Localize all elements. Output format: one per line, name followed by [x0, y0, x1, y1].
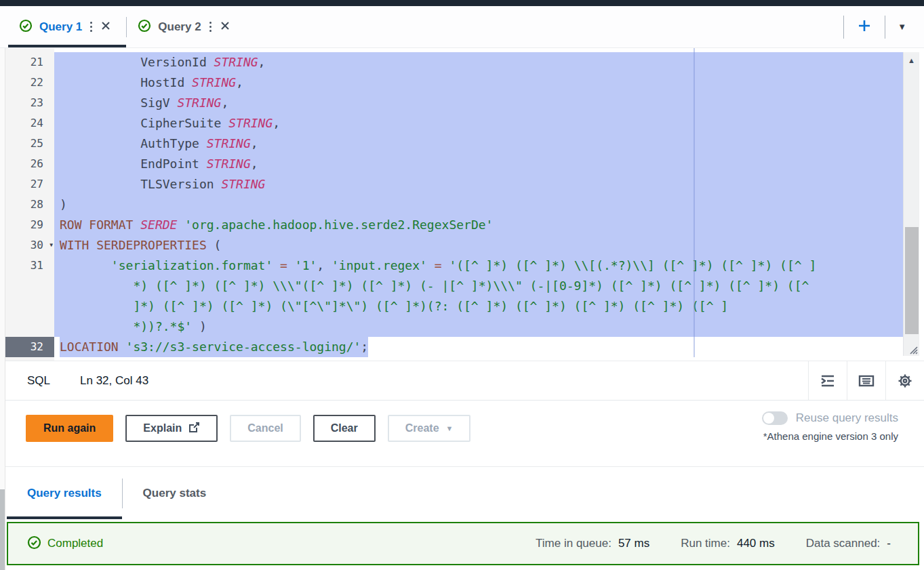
gutter-line-number[interactable]: 27 — [5, 174, 54, 195]
code-line[interactable]: SigV STRING, — [54, 93, 903, 113]
gutter-line-number[interactable]: 23 — [5, 93, 54, 113]
gutter-line-number[interactable]: 22 — [5, 73, 54, 93]
gutter-line-number[interactable] — [5, 276, 54, 296]
tab-query-2[interactable]: Query 2 — [127, 6, 245, 47]
tab-list-dropdown-icon[interactable]: ▼ — [898, 22, 906, 31]
chevron-down-icon: ▼ — [446, 424, 454, 432]
metric-value: 440 ms — [737, 537, 775, 550]
metric: Run time:440 ms — [681, 537, 775, 550]
new-query-tab-button[interactable] — [856, 18, 872, 37]
editor-tool-icons — [808, 361, 924, 400]
scrollbar-thumb[interactable] — [0, 489, 5, 570]
gutter-line-number[interactable]: 21 — [5, 52, 54, 73]
tab-query-1[interactable]: Query 1 — [8, 6, 126, 47]
code-line[interactable]: HostId STRING, — [54, 73, 903, 93]
tab-label: Query 2 — [158, 20, 201, 34]
scroll-up-arrow-icon[interactable]: ▲ — [904, 56, 919, 64]
gutter-line-number[interactable]: 24 — [5, 113, 54, 134]
run-again-button[interactable]: Run again — [26, 415, 113, 442]
keyboard-shortcuts-icon[interactable] — [847, 361, 885, 400]
editor-resize-grip-icon[interactable] — [905, 344, 919, 358]
status-text: Completed — [47, 537, 103, 550]
query-status-banner: Completed Time in queue:57 msRun time:44… — [7, 522, 919, 565]
code-line[interactable]: ]*) ([^ ]*) ([^ ]*) (\"[^\"]*\") ([^ ]*)… — [54, 296, 903, 317]
code-line[interactable]: VersionId STRING, — [54, 52, 903, 73]
divider — [843, 16, 844, 39]
code-line[interactable]: 'serialization.format' = '1', 'input.reg… — [54, 256, 903, 276]
gutter-line-number[interactable]: 32 — [5, 337, 54, 357]
format-code-icon[interactable] — [808, 361, 847, 400]
print-margin-ruler — [694, 48, 695, 357]
fold-arrow-icon[interactable]: ▼ — [49, 235, 53, 256]
editor-gutter: 21222324252627282930▼3132 — [5, 48, 54, 361]
check-circle-icon — [27, 535, 41, 552]
create-button[interactable]: Create ▼ — [388, 415, 471, 442]
tab-query-stats[interactable]: Query stats — [123, 467, 227, 519]
engine-version-note: *Athena engine version 3 only — [762, 430, 898, 442]
action-buttons: Run again Explain Cancel Clear Create ▼ — [26, 415, 470, 442]
close-tab-icon[interactable] — [220, 20, 230, 34]
tab-bar-controls: ▼ — [843, 6, 924, 47]
metric: Time in queue:57 ms — [536, 537, 649, 550]
metric-label: Time in queue: — [536, 537, 611, 550]
query-actions: Run again Explain Cancel Clear Create ▼ … — [0, 401, 924, 467]
scrollbar-thumb[interactable] — [905, 227, 919, 334]
editor-scrollbar[interactable]: ▲ — [903, 52, 919, 356]
reuse-results-toggle[interactable] — [762, 411, 788, 425]
status-badge: Completed — [27, 535, 103, 552]
code-line[interactable]: WITH SERDEPROPERTIES ( — [54, 235, 903, 256]
query-tab-bar: Query 1 Query 2 — [0, 6, 924, 48]
metrics: Time in queue:57 msRun time:440 msData s… — [536, 537, 918, 550]
gutter-line-number[interactable]: 26 — [5, 154, 54, 174]
tab-menu-kebab-icon[interactable] — [89, 19, 94, 35]
close-tab-icon[interactable] — [100, 20, 111, 34]
language-mode: SQL — [27, 374, 50, 388]
tab-menu-kebab-icon[interactable] — [208, 19, 213, 35]
gutter-line-number[interactable]: 28 — [5, 195, 54, 215]
gutter-line-number[interactable]: 25 — [5, 134, 54, 154]
code-line[interactable]: ROW FORMAT SERDE 'org.apache.hadoop.hive… — [54, 215, 903, 235]
tab-query-results[interactable]: Query results — [7, 467, 122, 519]
gutter-line-number[interactable] — [5, 296, 54, 317]
sql-editor[interactable]: 21222324252627282930▼3132 VersionId STRI… — [0, 48, 924, 361]
clear-button[interactable]: Clear — [313, 415, 376, 442]
check-circle-icon — [138, 19, 151, 35]
code-line[interactable]: EndPoint STRING, — [54, 154, 903, 174]
cancel-button[interactable]: Cancel — [230, 415, 300, 442]
explain-button[interactable]: Explain — [125, 415, 218, 442]
code-line[interactable]: CipherSuite STRING, — [54, 113, 903, 134]
check-circle-icon — [19, 19, 33, 35]
reuse-results-label: Reuse query results — [796, 411, 898, 425]
settings-gear-icon[interactable] — [885, 361, 924, 400]
results-tab-bar: Query results Query stats — [0, 467, 924, 519]
tab-label: Query 1 — [39, 20, 82, 34]
metric-label: Data scanned: — [806, 537, 881, 550]
editor-status-bar: SQL Ln 32, Col 43 — [0, 361, 924, 401]
code-line[interactable]: LOCATION 's3://s3-service-access-loging/… — [54, 337, 903, 357]
query-tabs: Query 1 Query 2 — [0, 6, 245, 47]
code-rows: VersionId STRING, HostId STRING, SigV ST… — [54, 52, 903, 357]
reuse-query-results: Reuse query results *Athena engine versi… — [762, 411, 898, 442]
console-top-bar — [0, 0, 924, 6]
gutter-line-number[interactable]: 30▼ — [5, 235, 54, 256]
gutter-line-number[interactable] — [5, 317, 54, 337]
metric-value: 57 ms — [618, 537, 649, 550]
gutter-line-number[interactable]: 29 — [5, 215, 54, 235]
code-line[interactable]: AuthType STRING, — [54, 134, 903, 154]
external-link-icon — [188, 422, 200, 436]
divider — [885, 16, 885, 39]
athena-query-editor: Query 1 Query 2 — [0, 0, 924, 570]
editor-code-area[interactable]: VersionId STRING, HostId STRING, SigV ST… — [54, 48, 903, 361]
code-line[interactable]: ) — [54, 195, 903, 215]
gutter-line-number[interactable]: 31 — [5, 256, 54, 276]
window-left-scrollbar[interactable] — [0, 48, 5, 570]
metric-label: Run time: — [681, 537, 730, 550]
code-line[interactable]: *))?.*$' ) — [54, 317, 903, 337]
metric: Data scanned:- — [806, 537, 891, 550]
code-line[interactable]: TLSVersion STRING — [54, 174, 903, 195]
gutter-rows: 21222324252627282930▼3132 — [5, 52, 54, 357]
metric-value: - — [887, 537, 891, 550]
code-line[interactable]: *) ([^ ]*) ([^ ]*) \\\"([^ ]*) ([^ ]*) (… — [54, 276, 903, 296]
cursor-position: Ln 32, Col 43 — [80, 374, 148, 388]
